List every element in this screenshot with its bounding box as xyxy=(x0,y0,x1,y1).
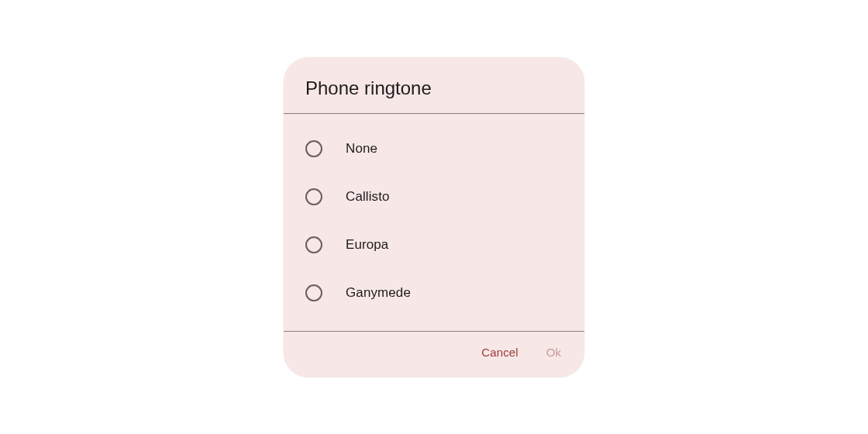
option-ganymede[interactable]: Ganymede xyxy=(305,269,563,317)
option-label: None xyxy=(346,141,377,157)
options-list: None Callisto Europa Ganymede xyxy=(284,114,584,331)
option-label: Callisto xyxy=(346,189,390,205)
ringtone-dialog: Phone ringtone None Callisto Europa Gany… xyxy=(284,57,584,377)
radio-icon xyxy=(305,236,322,253)
option-none[interactable]: None xyxy=(305,125,563,173)
dialog-actions: Cancel Ok xyxy=(284,331,584,377)
option-label: Ganymede xyxy=(346,285,411,301)
dialog-title: Phone ringtone xyxy=(305,78,563,99)
option-callisto[interactable]: Callisto xyxy=(305,173,563,221)
dialog-header: Phone ringtone xyxy=(284,57,584,114)
radio-icon xyxy=(305,284,322,301)
cancel-button[interactable]: Cancel xyxy=(481,346,518,359)
ok-button[interactable]: Ok xyxy=(546,346,561,359)
option-label: Europa xyxy=(346,237,388,253)
option-europa[interactable]: Europa xyxy=(305,221,563,269)
radio-icon xyxy=(305,188,322,205)
radio-icon xyxy=(305,140,322,157)
